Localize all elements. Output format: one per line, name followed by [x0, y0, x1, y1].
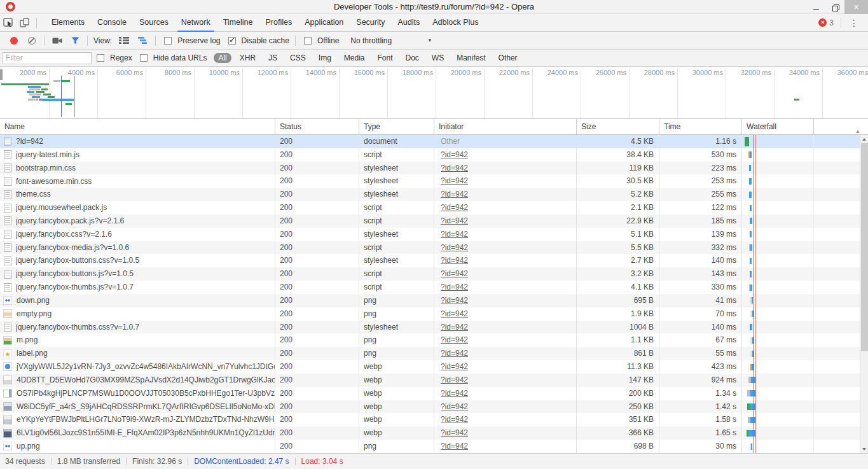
tab-profiles[interactable]: Profiles — [261, 14, 296, 32]
tab-audits[interactable]: Audits — [394, 14, 424, 32]
table-row[interactable]: jquery.fancybox-buttons.js?v=1.0.5200scr… — [0, 267, 868, 281]
filter-pill-img[interactable]: Img — [314, 53, 336, 63]
initiator-link[interactable]: ?id=942 — [441, 323, 468, 332]
initiator-link[interactable]: ?id=942 — [441, 283, 468, 291]
preserve-log-checkbox[interactable] — [164, 37, 172, 45]
initiator-link[interactable]: ?id=942 — [441, 362, 468, 371]
initiator-link[interactable]: ?id=942 — [441, 415, 468, 424]
column-header-size[interactable]: Size — [577, 119, 659, 134]
overview-pane[interactable]: 2000 ms4000 ms6000 ms8000 ms10000 ms1200… — [0, 67, 868, 119]
initiator-link[interactable]: ?id=942 — [441, 442, 468, 451]
tab-sources[interactable]: Sources — [135, 14, 172, 32]
table-row[interactable]: font-awesome.min.css200stylesheet?id=942… — [0, 174, 868, 188]
filter-pill-js[interactable]: JS — [264, 53, 282, 63]
filter-pill-all[interactable]: All — [214, 53, 231, 63]
inspect-element-icon[interactable] — [0, 15, 17, 31]
overview-drag-handle[interactable] — [0, 69, 3, 80]
filter-pill-font[interactable]: Font — [373, 53, 397, 63]
initiator-link[interactable]: ?id=942 — [441, 176, 468, 185]
scrollbar-thumb[interactable] — [861, 143, 868, 351]
table-row[interactable]: jquery.fancybox-buttons.css?v=1.0.5200st… — [0, 254, 868, 267]
column-header-type[interactable]: Type — [359, 119, 434, 134]
initiator-link[interactable]: ?id=942 — [441, 389, 468, 398]
disable-cache-checkbox[interactable] — [228, 37, 236, 45]
table-row[interactable]: down.png200png?id=942695 B41 ms — [0, 294, 868, 307]
regex-checkbox[interactable] — [97, 54, 104, 62]
tab-adblock-plus[interactable]: Adblock Plus — [429, 14, 482, 32]
initiator-link[interactable]: ?id=942 — [441, 269, 468, 278]
table-row[interactable]: label.png200png?id=942861 B55 ms — [0, 347, 868, 360]
table-row[interactable]: W8iDC5yfF_a4rS_S9jAHCqRDSSRPrmKL7QArfIRI… — [0, 400, 868, 414]
filter-input[interactable] — [3, 52, 92, 64]
vertical-scrollbar[interactable] — [860, 135, 868, 453]
screenshot-camera-icon[interactable] — [52, 37, 62, 45]
table-row[interactable]: jquery.mousewheel.pack.js200script?id=94… — [0, 201, 868, 214]
tab-application[interactable]: Application — [301, 14, 347, 32]
view-list-icon[interactable] — [119, 37, 129, 44]
view-waterfall-icon[interactable] — [138, 37, 148, 44]
column-header-status[interactable]: Status — [275, 119, 359, 134]
filter-pill-media[interactable]: Media — [340, 53, 369, 63]
filter-pill-ws[interactable]: WS — [427, 53, 448, 63]
table-row[interactable]: up.png200png?id=942698 B30 ms — [0, 440, 868, 453]
tab-elements[interactable]: Elements — [48, 14, 88, 32]
initiator-link[interactable]: ?id=942 — [441, 428, 468, 437]
error-badge[interactable]: × 3 — [818, 18, 837, 27]
throttling-select[interactable]: No throttling ▼ — [348, 36, 432, 45]
tab-security[interactable]: Security — [352, 14, 389, 32]
table-row[interactable]: theme.css200stylesheet?id=9425.2 KB255 m… — [0, 188, 868, 201]
initiator-link[interactable]: ?id=942 — [441, 203, 468, 212]
table-row[interactable]: ?id=942200documentOther4.5 KB1.16 s — [0, 135, 868, 148]
table-row[interactable]: bootstrap.min.css200stylesheet?id=942119… — [0, 162, 868, 175]
minimize-button[interactable] — [806, 0, 825, 14]
initiator-link[interactable]: ?id=942 — [441, 296, 468, 305]
column-header-initiator[interactable]: Initiator — [434, 119, 577, 134]
initiator-link[interactable]: ?id=942 — [441, 256, 468, 265]
table-row[interactable]: 6LV1ig0vl56LJozc9S1n55IMI-E_FfqXAm02IP3p… — [0, 426, 868, 440]
initiator-link[interactable]: ?id=942 — [441, 150, 468, 159]
record-button[interactable] — [10, 37, 18, 45]
restore-button[interactable] — [825, 0, 844, 14]
table-row[interactable]: jVXglyWWL5J2y1vRN-7Jy3_ozvvZc4w5486IAkbA… — [0, 360, 868, 374]
filter-pill-css[interactable]: CSS — [286, 53, 310, 63]
table-row[interactable]: m.png200png?id=9421.1 KB67 ms — [0, 333, 868, 347]
column-header-time[interactable]: Time — [659, 119, 742, 134]
initiator-link[interactable]: ?id=942 — [441, 402, 468, 411]
table-row[interactable]: jquery.fancybox-thumbs.js?v=1.0.7200scri… — [0, 281, 868, 294]
tab-timeline[interactable]: Timeline — [219, 14, 257, 32]
clear-button[interactable] — [28, 37, 36, 45]
device-toolbar-icon[interactable] — [17, 15, 33, 31]
initiator-link[interactable]: ?id=942 — [441, 164, 468, 172]
initiator-link[interactable]: ?id=942 — [441, 375, 468, 384]
filter-pill-xhr[interactable]: XHR — [235, 53, 260, 63]
table-row[interactable]: 4DD8TT_D5EWoHd7G03MX99MZSpAJVsdX2d14QJiw… — [0, 374, 868, 387]
tab-network[interactable]: Network — [177, 14, 214, 32]
initiator-link[interactable]: ?id=942 — [441, 243, 468, 252]
column-header-waterfall[interactable]: Waterfall ▲ — [742, 119, 868, 134]
more-options-icon[interactable]: ⋮ — [844, 18, 864, 28]
hide-data-urls-checkbox[interactable] — [140, 54, 148, 62]
table-row[interactable]: eYKpYeYtFBWJbPltLHGr7LNoT9i9-XWzR-mJ-ZLY… — [0, 413, 868, 426]
table-row[interactable]: jquery.fancybox.css?v=2.1.6200stylesheet… — [0, 228, 868, 241]
table-row[interactable]: jquery-latest.min.js200script?id=94238.4… — [0, 148, 868, 162]
table-row[interactable]: empty.png200png?id=9421.9 KB70 ms — [0, 307, 868, 321]
initiator-link[interactable]: ?id=942 — [441, 216, 468, 225]
initiator-link[interactable]: ?id=942 — [441, 349, 468, 358]
initiator-link[interactable]: ?id=942 — [441, 190, 468, 199]
table-row[interactable]: jquery.fancybox.pack.js?v=2.1.6200script… — [0, 214, 868, 228]
initiator-link[interactable]: ?id=942 — [441, 335, 468, 344]
filter-funnel-icon[interactable] — [71, 37, 79, 45]
scroll-up-button[interactable] — [860, 135, 868, 143]
tab-console[interactable]: Console — [93, 14, 130, 32]
filter-pill-manifest[interactable]: Manifest — [452, 53, 490, 63]
table-row[interactable]: OS7iPb4kgHjPLNCP7MSWu1D0OOVJJT05030B5cPx… — [0, 387, 868, 400]
initiator-link[interactable]: ?id=942 — [441, 230, 468, 239]
table-row[interactable]: jquery.fancybox-media.js?v=1.0.6200scrip… — [0, 241, 868, 255]
column-header-name[interactable]: Name — [0, 119, 275, 134]
close-button[interactable]: × — [844, 0, 868, 14]
table-row[interactable]: jquery.fancybox-thumbs.css?v=1.0.7200sty… — [0, 321, 868, 334]
offline-checkbox[interactable] — [304, 37, 312, 45]
filter-pill-other[interactable]: Other — [494, 53, 522, 63]
scroll-down-button[interactable] — [860, 445, 868, 453]
initiator-link[interactable]: ?id=942 — [441, 309, 468, 318]
